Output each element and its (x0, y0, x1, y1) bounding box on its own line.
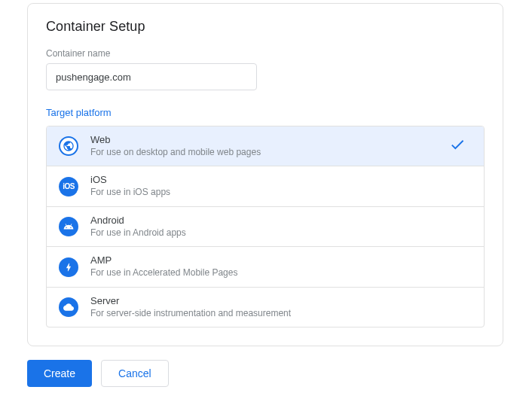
platform-text: Server For server-side instrumentation a… (90, 295, 472, 319)
platform-title: Server (90, 295, 472, 308)
container-name-input[interactable] (46, 63, 257, 90)
page-title: Container Setup (46, 19, 485, 35)
platform-desc: For server-side instrumentation and meas… (90, 308, 472, 320)
platform-title: Web (90, 134, 449, 147)
check-icon (449, 136, 466, 156)
platform-text: AMP For use in Accelerated Mobile Pages (90, 254, 472, 279)
platform-option-web[interactable]: Web For use on desktop and mobile web pa… (47, 126, 484, 166)
amp-icon (59, 257, 78, 277)
button-row: Create Cancel (27, 360, 169, 387)
container-name-label: Container name (46, 48, 485, 59)
platform-title: iOS (90, 174, 472, 187)
ios-icon: iOS (59, 177, 78, 196)
platform-text: iOS For use in iOS apps (90, 174, 472, 198)
container-setup-card: Container Setup Container name Target pl… (27, 3, 503, 346)
web-icon (59, 136, 78, 156)
platform-title: AMP (90, 254, 472, 267)
target-platform-label: Target platform (46, 107, 485, 118)
platform-option-android[interactable]: Android For use in Android apps (47, 207, 484, 247)
platform-option-ios[interactable]: iOS iOS For use in iOS apps (47, 166, 484, 206)
platform-desc: For use in Accelerated Mobile Pages (90, 267, 472, 279)
cancel-button[interactable]: Cancel (101, 360, 169, 387)
android-icon (59, 217, 78, 236)
platform-desc: For use in iOS apps (90, 187, 472, 199)
create-button[interactable]: Create (27, 360, 92, 387)
platform-text: Android For use in Android apps (90, 215, 472, 239)
platform-title: Android (90, 215, 472, 227)
platform-desc: For use in Android apps (90, 227, 472, 239)
platform-option-amp[interactable]: AMP For use in Accelerated Mobile Pages (47, 247, 484, 287)
platform-text: Web For use on desktop and mobile web pa… (90, 134, 449, 158)
platform-desc: For use on desktop and mobile web pages (90, 147, 449, 159)
server-icon (59, 297, 78, 317)
platform-list: Web For use on desktop and mobile web pa… (46, 126, 485, 327)
platform-option-server[interactable]: Server For server-side instrumentation a… (47, 288, 484, 327)
